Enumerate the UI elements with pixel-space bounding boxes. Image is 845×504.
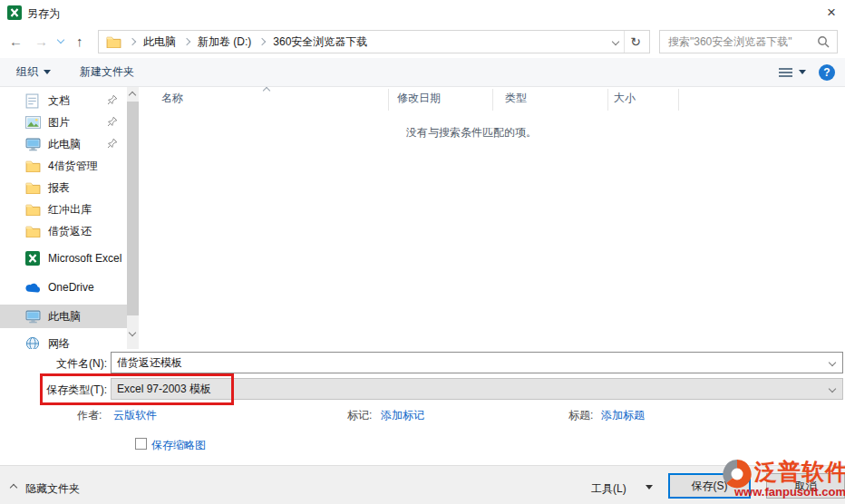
change-view-button[interactable] — [772, 58, 811, 86]
sidebar-item[interactable]: 4借货管理 — [0, 154, 127, 178]
empty-list-message: 没有与搜索条件匹配的项。 — [406, 125, 537, 141]
divider — [624, 31, 625, 53]
sidebar-item-label: 文档 — [48, 93, 70, 109]
breadcrumb-separator-icon — [129, 38, 136, 45]
close-icon[interactable]: × — [820, 2, 843, 24]
sidebar-item-label: 借货返还 — [48, 224, 92, 239]
sidebar-item-label: 报表 — [48, 180, 70, 196]
dialog-body: 文档 图片 此电脑 4借货管理 报表 — [0, 87, 845, 349]
author-label: 作者: — [77, 408, 102, 423]
sidebar-item-label: 4借货管理 — [48, 159, 98, 174]
breadcrumb: 此电脑 新加卷 (D:) 360安全浏览器下载 — [99, 34, 613, 50]
sidebar-item-label: 红冲出库 — [48, 202, 92, 218]
new-folder-label: 新建文件夹 — [80, 64, 134, 80]
file-name-value: 借货返还模板 — [112, 355, 830, 371]
pin-icon — [107, 94, 118, 105]
network-icon — [25, 336, 41, 350]
back-icon[interactable]: ← — [9, 34, 23, 49]
sidebar-item[interactable]: 报表 — [0, 176, 127, 199]
forward-icon[interactable]: → — [34, 34, 48, 49]
search-input[interactable]: 搜索"360安全浏览器下载" — [659, 30, 838, 53]
computer-icon — [25, 137, 41, 152]
refresh-icon[interactable]: ↻ — [630, 34, 649, 49]
divider — [678, 89, 679, 111]
save-thumbnail-checkbox[interactable] — [135, 438, 147, 450]
address-bar[interactable]: 此电脑 新加卷 (D:) 360安全浏览器下载 ↻ — [98, 30, 650, 53]
folder-icon — [25, 224, 41, 239]
address-dropdown-chevron-icon[interactable] — [612, 38, 619, 45]
sidebar-item[interactable]: 此电脑 — [0, 305, 127, 328]
file-name-input[interactable]: 借货返还模板 — [111, 352, 843, 373]
save-thumbnail-label[interactable]: 保存缩略图 — [151, 438, 206, 453]
organize-button[interactable]: 组织 — [11, 58, 56, 86]
title-bar: 另存为 × — [0, 0, 845, 25]
breadcrumb-item[interactable]: 360安全浏览器下载 — [273, 34, 367, 50]
watermark-url: www.fanpusoft.com — [734, 485, 845, 499]
pin-icon — [107, 138, 118, 149]
list-view-icon — [778, 66, 793, 79]
command-bar: 组织 新建文件夹 ? — [0, 58, 845, 87]
tags-label: 标记: — [347, 408, 372, 423]
search-placeholder: 搜索"360安全浏览器下载" — [660, 34, 817, 50]
recent-locations-chevron-icon[interactable] — [57, 36, 64, 44]
column-header[interactable]: 修改日期 — [397, 91, 441, 106]
hide-folders-toggle[interactable]: 隐藏文件夹 — [25, 481, 80, 497]
breadcrumb-separator-icon — [183, 38, 190, 45]
scrollbar-thumb[interactable] — [127, 102, 139, 315]
sidebar-item[interactable]: 借货返还 — [0, 219, 127, 243]
divider — [492, 89, 493, 111]
navigation-bar: ← → ↑ 此电脑 新加卷 (D:) 360安全浏览器下载 ↻ 搜索"360安全… — [0, 25, 845, 58]
sidebar-item[interactable]: Microsoft Excel — [0, 247, 127, 270]
watermark-brand: 泛普软件 — [754, 457, 845, 487]
column-header[interactable]: 类型 — [505, 91, 527, 106]
excel-icon — [25, 251, 41, 267]
onedrive-icon — [25, 280, 41, 296]
divider — [388, 89, 389, 111]
breadcrumb-separator-icon — [258, 38, 266, 45]
column-header[interactable]: 大小 — [614, 91, 636, 106]
save-type-value: Excel 97-2003 模板 — [112, 382, 830, 397]
tools-button[interactable]: 工具(L) — [591, 481, 626, 497]
window-title: 另存为 — [27, 6, 60, 22]
up-icon[interactable]: ↑ — [76, 34, 83, 49]
sidebar-item[interactable]: OneDrive — [0, 276, 127, 299]
breadcrumb-item[interactable]: 新加卷 (D:) — [198, 34, 251, 50]
pictures-icon — [25, 115, 41, 131]
folder-icon — [25, 180, 41, 196]
save-type-select[interactable]: Excel 97-2003 模板 — [111, 378, 843, 400]
sidebar-item[interactable]: 文档 — [0, 89, 127, 112]
sidebar-item[interactable]: 网络 — [0, 332, 127, 349]
add-title-link[interactable]: 添加标题 — [601, 408, 645, 423]
scroll-down-icon[interactable] — [129, 329, 136, 336]
title-label: 标题: — [568, 408, 593, 423]
search-icon — [817, 35, 830, 48]
column-header-row: 名称 修改日期 类型 大小 — [139, 87, 845, 112]
new-folder-button[interactable]: 新建文件夹 — [74, 58, 140, 86]
chevron-down-icon[interactable] — [829, 359, 836, 366]
sidebar-item[interactable]: 此电脑 — [0, 132, 127, 156]
sidebar-scrollbar[interactable] — [127, 87, 139, 349]
excel-app-icon — [7, 5, 22, 20]
author-link[interactable]: 云版软件 — [113, 408, 157, 423]
hide-folders-chevron-icon — [10, 484, 17, 491]
folder-icon — [25, 202, 41, 218]
add-tags-link[interactable]: 添加标记 — [381, 408, 424, 423]
sidebar-item-label: 网络 — [48, 336, 70, 350]
sidebar-item-label: 此电脑 — [48, 309, 81, 325]
tools-chevron-icon[interactable] — [646, 485, 653, 489]
help-icon[interactable]: ? — [819, 64, 835, 81]
scroll-up-icon[interactable] — [129, 92, 136, 99]
file-name-label: 文件名(N): — [36, 356, 107, 372]
chevron-down-icon — [44, 70, 51, 74]
sidebar-item-label: 此电脑 — [48, 137, 81, 152]
folder-icon — [106, 35, 121, 48]
document-icon — [25, 93, 41, 109]
breadcrumb-item[interactable]: 此电脑 — [143, 34, 176, 50]
chevron-down-icon[interactable] — [829, 385, 836, 393]
sidebar-item[interactable]: 红冲出库 — [0, 198, 127, 221]
column-header[interactable]: 名称 — [161, 91, 183, 106]
sidebar-item[interactable]: 图片 — [0, 111, 127, 134]
chevron-down-icon — [799, 70, 806, 74]
pin-icon — [107, 116, 118, 127]
watermark: 泛普软件 www.fanpusoft.com — [719, 456, 845, 501]
